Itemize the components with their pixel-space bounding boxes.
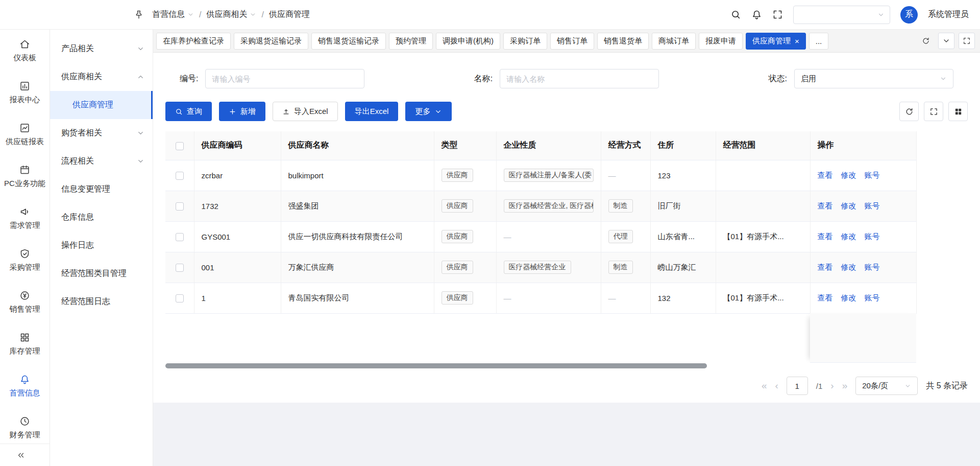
tab-storage-maintenance-records[interactable]: 在库养护检查记录 — [156, 33, 231, 50]
layout: 仪表板 报表中心 供应链报表 PC业务功能 需求管理 采购管理 销售管理 库存管… — [0, 30, 980, 466]
tabs-refresh-button[interactable] — [918, 33, 934, 49]
sidebar-item-supply-chain-report[interactable]: 供应链报表 — [0, 113, 50, 155]
submenu-item-buyer-related[interactable]: 购货者相关 — [50, 119, 153, 147]
sidebar-item-report-center[interactable]: 报表中心 — [0, 72, 50, 113]
pin-icon[interactable] — [134, 10, 144, 20]
first-page-button[interactable]: « — [762, 380, 767, 391]
action-account-link[interactable]: 账号 — [865, 171, 880, 180]
submenu-item-supplier-management[interactable]: 供应商管理 — [50, 91, 153, 119]
tab-scrap-request[interactable]: 报废申请 — [699, 33, 743, 50]
cell-supplier-name: 强盛集团 — [281, 191, 434, 221]
workspace-select[interactable] — [793, 6, 890, 24]
topbar: 首营信息/供应商相关/供应商管理 系 系统管理员 — [0, 0, 980, 30]
row-checkbox[interactable] — [176, 294, 184, 302]
more-button[interactable]: 更多 — [405, 102, 452, 121]
sidebar-item-purchase-management[interactable]: 采购管理 — [0, 239, 50, 281]
first-info-icon — [19, 374, 30, 385]
sidebar-item-dashboard[interactable]: 仪表板 — [0, 30, 50, 72]
sidebar-item-demand-management[interactable]: 需求管理 — [0, 197, 50, 239]
action-view-link[interactable]: 查看 — [818, 171, 833, 180]
action-account-link[interactable]: 账号 — [865, 232, 880, 242]
action-account-link[interactable]: 账号 — [865, 263, 880, 272]
column-settings-button[interactable] — [948, 102, 968, 121]
submenu-item-info-change-management[interactable]: 信息变更管理 — [50, 175, 153, 203]
select-all-checkbox[interactable] — [176, 142, 184, 150]
sidebar-item-inventory-management[interactable]: 库存管理 — [0, 323, 50, 365]
close-icon[interactable]: × — [795, 37, 799, 45]
search-button[interactable]: 查询 — [165, 102, 212, 121]
row-checkbox[interactable] — [176, 202, 184, 211]
submenu-item-product-related[interactable]: 产品相关 — [50, 35, 153, 63]
row-checkbox[interactable] — [176, 264, 184, 272]
action-edit-link[interactable]: 修改 — [841, 171, 856, 180]
tab-sales-orders[interactable]: 销售订单 — [550, 33, 594, 50]
tab-mall-orders[interactable]: 商城订单 — [652, 33, 696, 50]
fullscreen-icon[interactable] — [772, 9, 783, 20]
status-select[interactable]: 启用 — [794, 69, 953, 88]
total-records-label: 共 5 条记录 — [926, 381, 968, 391]
submenu-item-supplier-related[interactable]: 供应商相关 — [50, 63, 153, 91]
avatar[interactable]: 系 — [900, 6, 918, 24]
breadcrumb-item[interactable]: 供应商管理 — [269, 9, 310, 20]
action-edit-link[interactable]: 修改 — [841, 201, 856, 211]
last-page-button[interactable]: » — [842, 380, 848, 391]
fullscreen-button[interactable] — [924, 102, 943, 121]
tab-purchase-return-transport[interactable]: 采购退货运输记录 — [234, 33, 308, 50]
submenu-item-scope-log[interactable]: 经营范围日志 — [50, 288, 153, 316]
cell-actions: 查看修改账号 — [810, 252, 916, 283]
action-account-link[interactable]: 账号 — [865, 293, 880, 303]
action-edit-link[interactable]: 修改 — [841, 232, 856, 242]
next-page-button[interactable]: › — [830, 380, 834, 391]
action-edit-link[interactable]: 修改 — [841, 293, 856, 303]
row-checkbox[interactable] — [176, 172, 184, 180]
import-excel-button[interactable]: 导入Excel — [273, 102, 338, 121]
chevron-down-icon — [137, 157, 144, 165]
action-view-link[interactable]: 查看 — [818, 293, 833, 303]
tabs-dropdown-button[interactable] — [938, 33, 954, 49]
breadcrumb-item[interactable]: 供应商相关 — [206, 9, 256, 20]
sidebar-item-sales-management[interactable]: 销售管理 — [0, 281, 50, 323]
breadcrumb-item[interactable]: 首营信息 — [152, 9, 194, 20]
submenu-item-process-related[interactable]: 流程相关 — [50, 147, 153, 175]
tab-reservation-management[interactable]: 预约管理 — [389, 33, 433, 50]
tabs-fullscreen-button[interactable] — [959, 33, 975, 49]
code-input[interactable] — [205, 69, 364, 88]
action-view-link[interactable]: 查看 — [818, 263, 833, 272]
sidebar-item-finance-management[interactable]: 财务管理 — [0, 407, 50, 444]
chevron-down-icon — [940, 75, 947, 82]
nature-tag: 医疗器械经营企业, 医疗器械 — [504, 199, 594, 213]
tab-purchase-orders[interactable]: 采购订单 — [503, 33, 547, 50]
add-button[interactable]: 新增 — [219, 102, 265, 121]
action-edit-link[interactable]: 修改 — [841, 263, 856, 272]
submenu-item-scope-category-management[interactable]: 经营范围类目管理 — [50, 260, 153, 288]
current-page-input[interactable]: 1 — [787, 377, 808, 395]
bell-icon[interactable] — [751, 9, 762, 20]
search-button-label: 查询 — [187, 107, 202, 116]
row-checkbox[interactable] — [176, 233, 184, 241]
sidebar-item-first-camp-info[interactable]: 首营信息 — [0, 365, 50, 407]
grid-icon — [954, 107, 963, 116]
search-icon[interactable] — [730, 9, 741, 20]
submenu-item-operation-log[interactable]: 操作日志 — [50, 231, 153, 260]
name-input[interactable] — [500, 69, 659, 88]
prev-page-button[interactable]: ‹ — [775, 380, 778, 391]
export-excel-button[interactable]: 导出Excel — [345, 102, 399, 121]
filter-group-name: 名称: — [474, 69, 769, 88]
tab-sales-return-transport[interactable]: 销售退货运输记录 — [311, 33, 386, 50]
tab-supplier-management[interactable]: 供应商管理 × — [746, 33, 806, 50]
page-size-select[interactable]: 20条/页 — [855, 377, 918, 395]
tab-allocation-request[interactable]: 调拨申请(机构) — [436, 33, 500, 50]
sidebar-item-pc-business[interactable]: PC业务功能 — [0, 155, 50, 197]
refresh-button[interactable] — [899, 102, 919, 121]
cell-type: 供应商 — [434, 252, 496, 283]
action-account-link[interactable]: 账号 — [865, 201, 880, 211]
type-tag: 供应商 — [442, 261, 473, 274]
tab-sales-return-orders[interactable]: 销售退货单 — [597, 33, 649, 50]
scrollbar-thumb[interactable] — [165, 363, 707, 368]
action-view-link[interactable]: 查看 — [818, 232, 833, 242]
action-view-link[interactable]: 查看 — [818, 201, 833, 211]
sidebar-collapse-button[interactable] — [0, 444, 50, 466]
tab-overflow[interactable]: ... — [809, 33, 829, 50]
submenu-item-warehouse-info[interactable]: 仓库信息 — [50, 203, 153, 231]
upload-icon — [282, 108, 290, 115]
